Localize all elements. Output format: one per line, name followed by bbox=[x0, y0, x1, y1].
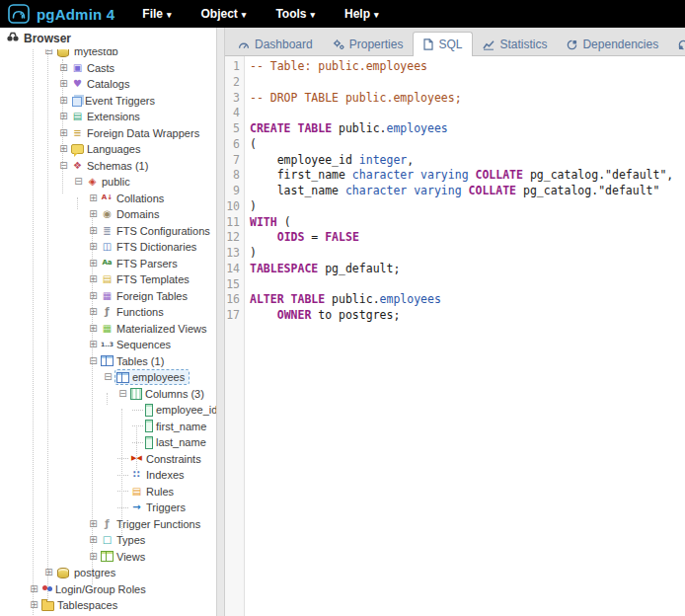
tree-item-label: Materialized Views bbox=[116, 323, 207, 335]
expand-icon[interactable]: ⊞ bbox=[88, 552, 99, 562]
line-number: 13 bbox=[225, 246, 244, 262]
sql-file-icon bbox=[423, 38, 433, 50]
expand-icon[interactable]: ⊞ bbox=[88, 307, 99, 317]
collapse-icon[interactable]: ⊟ bbox=[103, 372, 114, 382]
tree-item-schemas-1[interactable]: ⊟❖Schemas (1) bbox=[0, 158, 216, 175]
extensions-icon: ▤ bbox=[71, 111, 84, 122]
expand-icon[interactable]: ⊞ bbox=[58, 96, 69, 106]
menu-file[interactable]: File▾ bbox=[142, 7, 171, 21]
tab-dashboard[interactable]: Dashboard bbox=[228, 34, 323, 55]
tree-item-label: public bbox=[102, 176, 130, 188]
collapse-icon[interactable]: ⊟ bbox=[58, 161, 69, 171]
sql-line: 7 employee_id integer, bbox=[225, 153, 685, 169]
tree-item-last-name[interactable]: last_name bbox=[0, 434, 216, 451]
tree-item-functions[interactable]: ⊞ƒFunctions bbox=[0, 304, 216, 321]
tab-label: SQL bbox=[438, 38, 462, 51]
tree-item-catalogs[interactable]: ⊞♥Catalogs bbox=[0, 76, 216, 93]
tab-properties[interactable]: Properties bbox=[323, 34, 414, 55]
expand-icon[interactable]: ⊞ bbox=[88, 291, 99, 301]
collapse-icon[interactable]: ⊟ bbox=[73, 177, 84, 187]
sql-line: 1-- Table: public.employees bbox=[225, 59, 685, 75]
tree-item-label: Schemas (1) bbox=[87, 160, 148, 172]
event-triggers-icon bbox=[72, 97, 82, 107]
tree-item-fts-templates[interactable]: ⊞▤FTS Templates bbox=[0, 271, 216, 288]
menu-help[interactable]: Help▾ bbox=[344, 7, 379, 21]
tree-item-postgres[interactable]: ⊞postgres bbox=[0, 565, 216, 581]
materialized-views-icon: ▦ bbox=[101, 323, 114, 335]
tree-item-rules[interactable]: ▤Rules bbox=[0, 484, 216, 500]
tree-item-label: postgres bbox=[74, 567, 115, 578]
tree-item-label: Tablespaces bbox=[57, 599, 117, 611]
tree-item-sequences[interactable]: ⊞1..3Sequences bbox=[0, 337, 216, 353]
expand-icon[interactable]: ⊞ bbox=[88, 274, 99, 284]
tree-item-label: FTS Dictionaries bbox=[116, 241, 196, 253]
expand-icon[interactable]: ⊞ bbox=[29, 600, 39, 610]
tree-item-indexes[interactable]: ∷Indexes bbox=[0, 467, 216, 484]
tree-item-public[interactable]: ⊟◈public bbox=[0, 174, 216, 191]
collapse-icon[interactable]: ⊟ bbox=[88, 356, 99, 366]
tree-item-columns-3[interactable]: ⊟Columns (3) bbox=[0, 386, 216, 403]
dependencies-icon bbox=[567, 39, 577, 50]
menu-tools[interactable]: Tools▾ bbox=[275, 7, 315, 21]
tree-item-constraints[interactable]: ▶◀Constraints bbox=[0, 451, 216, 468]
expand-icon[interactable]: ⊞ bbox=[88, 519, 99, 529]
tree-item-employees[interactable]: ⊟employees bbox=[0, 369, 216, 386]
tree-item-tables-1[interactable]: ⊟Tables (1) bbox=[0, 353, 216, 370]
tab-statistics[interactable]: Statistics bbox=[473, 34, 557, 55]
tree-item-types[interactable]: ⊞□Types bbox=[0, 532, 216, 549]
languages-icon bbox=[71, 144, 84, 154]
tree-item-triggers[interactable]: →Triggers bbox=[0, 500, 216, 516]
fts-dictionaries-icon: ◫ bbox=[101, 241, 114, 253]
tree-item-languages[interactable]: ⊞Languages bbox=[0, 141, 216, 158]
expand-icon[interactable]: ⊞ bbox=[88, 209, 99, 219]
pgadmin-window: pgAdmin 4 File▾Object▾Tools▾Help▾ Browse… bbox=[0, 0, 685, 616]
expand-icon[interactable]: ⊞ bbox=[88, 340, 99, 349]
sql-editor[interactable]: 1-- Table: public.employees23-- DROP TAB… bbox=[225, 56, 685, 616]
expand-icon[interactable]: ⊞ bbox=[43, 568, 54, 578]
tree-item-login-group-roles[interactable]: ⊞Login/Group Roles bbox=[0, 581, 216, 598]
tab-dependents[interactable]: Dependents bbox=[668, 34, 685, 55]
expand-icon[interactable]: ⊞ bbox=[58, 144, 69, 154]
chevron-down-icon: ▾ bbox=[311, 10, 316, 20]
collapse-icon[interactable]: ⊟ bbox=[117, 389, 128, 399]
tree-item-label: Languages bbox=[87, 143, 140, 155]
schema-public-icon: ◈ bbox=[86, 176, 99, 188]
tab-label: Properties bbox=[349, 38, 404, 51]
tree-item-first-name[interactable]: first_name bbox=[0, 419, 216, 435]
tree-item-materialized-views[interactable]: ⊞▦Materialized Views bbox=[0, 321, 216, 338]
expand-icon[interactable]: ⊞ bbox=[58, 112, 69, 121]
tree-item-label: first_name bbox=[156, 421, 206, 432]
tab-sql[interactable]: SQL bbox=[413, 32, 473, 56]
tree-item-trigger-functions[interactable]: ⊞ƒTrigger Functions bbox=[0, 516, 216, 533]
panel-splitter[interactable] bbox=[216, 28, 225, 616]
expand-icon[interactable]: ⊞ bbox=[58, 79, 69, 89]
tree-item-foreign-data-wrappers[interactable]: ⊞≡Foreign Data Wrappers bbox=[0, 125, 216, 142]
tree-item-foreign-tables[interactable]: ⊞▦Foreign Tables bbox=[0, 288, 216, 305]
expand-icon[interactable]: ⊞ bbox=[88, 193, 99, 203]
expand-icon[interactable]: ⊞ bbox=[88, 324, 99, 334]
binoculars-icon bbox=[7, 32, 19, 45]
line-number: 14 bbox=[225, 262, 244, 277]
tree-item-extensions[interactable]: ⊞▤Extensions bbox=[0, 109, 216, 125]
menu-object[interactable]: Object▾ bbox=[201, 7, 247, 21]
tree-item-label: Constraints bbox=[146, 453, 201, 465]
expand-icon[interactable]: ⊞ bbox=[58, 63, 69, 73]
tree-item-casts[interactable]: ⊞▣Casts bbox=[0, 60, 216, 77]
tab-dependencies[interactable]: Dependencies bbox=[557, 34, 668, 55]
tree-item-fts-parsers[interactable]: ⊞AaFTS Parsers bbox=[0, 256, 216, 272]
expand-icon[interactable]: ⊞ bbox=[29, 584, 39, 594]
expand-icon[interactable]: ⊞ bbox=[88, 226, 99, 236]
tree-item-fts-dictionaries[interactable]: ⊞◫FTS Dictionaries bbox=[0, 239, 216, 256]
tree-item-employee-id[interactable]: employee_id bbox=[0, 402, 216, 419]
expand-icon[interactable]: ⊞ bbox=[88, 259, 99, 269]
tree-item-tablespaces[interactable]: ⊞Tablespaces bbox=[0, 597, 216, 614]
expand-icon[interactable]: ⊞ bbox=[58, 128, 69, 138]
tree-item-views[interactable]: ⊞Views bbox=[0, 549, 216, 566]
expand-icon[interactable]: ⊞ bbox=[88, 535, 99, 545]
expand-icon[interactable]: ⊞ bbox=[88, 242, 99, 252]
triggers-icon: → bbox=[130, 501, 143, 513]
tree-item-event-triggers[interactable]: ⊞Event Triggers bbox=[0, 93, 216, 110]
tree-item-domains[interactable]: ⊞◉Domains bbox=[0, 206, 216, 223]
tree-item-collations[interactable]: ⊞A↓Collations bbox=[0, 191, 216, 207]
tree-item-fts-configurations[interactable]: ⊞≣FTS Configurations bbox=[0, 223, 216, 240]
